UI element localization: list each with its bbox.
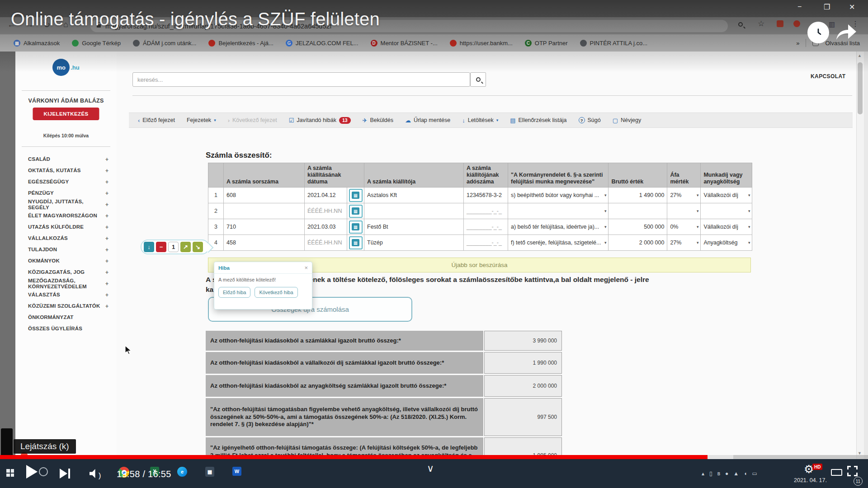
chevron-down-icon[interactable]: ∨ (427, 463, 434, 474)
logout-button[interactable]: KIJELENTKEZÉS (33, 108, 99, 120)
search-button[interactable] (470, 72, 486, 87)
bookmark-item[interactable]: PINTÉR ATTILA j.co... (580, 40, 648, 47)
toolbar-item-save[interactable]: ☁Űrlap mentése (405, 117, 450, 124)
scroll-up-icon[interactable]: ▲ (858, 53, 862, 58)
toolbar-item-about[interactable]: ▢Névjegy (613, 117, 641, 124)
video-progress-bar[interactable] (0, 455, 868, 459)
calendar-button[interactable]: ▦ (349, 236, 363, 249)
work-type-select[interactable]: ▾ (508, 203, 609, 219)
popup-close-icon[interactable]: × (304, 264, 308, 271)
bookmark-item[interactable]: Google Térkép (72, 40, 121, 47)
sidebar-menu-item[interactable]: KÖZIGAZGATÁS, JOG+ (28, 267, 108, 278)
bookmark-item[interactable]: https://user.bankm... (450, 40, 513, 47)
cost-kind-select[interactable]: Vállalkozói díj▾ (701, 188, 752, 203)
next-error-button[interactable]: Következő hiba (255, 287, 297, 298)
insert-row-button[interactable]: ↓ (144, 242, 154, 252)
vat-select[interactable]: ▾ (667, 203, 701, 219)
scrollbar-thumb[interactable] (858, 62, 863, 114)
sidebar-menu-item[interactable]: ÉLET MAGYARORSZÁGON+ (28, 210, 108, 221)
video-title[interactable]: Online támogatás - igénylés a SZÜF felül… (11, 9, 380, 29)
date-field[interactable]: 2021.03.03 (305, 219, 347, 235)
sidebar-menu-item[interactable]: VÁLLALKOZÁS+ (28, 233, 108, 244)
bookmarks-overflow-chevron[interactable]: » (796, 40, 799, 47)
issuer-field[interactable]: Festő Bt (364, 219, 464, 235)
toolbar-item-downloads[interactable]: ↓Letöltések▾ (462, 117, 498, 124)
window-restore-button[interactable]: ❐ (824, 3, 830, 11)
tax-number-field[interactable]: ________-_-_ (464, 235, 508, 251)
tax-number-field[interactable]: ________-_-_ (464, 219, 508, 235)
date-field[interactable]: 2021.04.12 (305, 188, 347, 203)
summary-value-field[interactable]: 2 000 000 (484, 375, 562, 397)
vat-select[interactable]: 27%▾ (667, 235, 701, 251)
previous-error-button[interactable]: Előző hiba (218, 287, 250, 298)
vat-select[interactable]: 27%▾ (667, 188, 701, 203)
serial-field[interactable]: 458 (224, 235, 305, 251)
bookmark-item[interactable]: DMentor BÁZISNET -... (371, 40, 438, 47)
watch-later-icon[interactable] (807, 22, 829, 43)
extension-icon[interactable] (793, 20, 800, 27)
share-icon[interactable] (835, 23, 858, 43)
gross-value-field[interactable]: 1 490 000 (609, 188, 667, 203)
move-up-icon[interactable]: ↗ (180, 242, 191, 252)
theater-mode-icon[interactable] (831, 469, 842, 476)
toolbar-item-help[interactable]: ?Súgó (579, 117, 601, 123)
sidebar-menu-item[interactable]: PÉNZÜGY+ (28, 188, 108, 199)
sidebar-menu-item[interactable]: CSALÁD+ (28, 154, 108, 165)
issuer-field[interactable] (364, 203, 464, 219)
summary-value-field[interactable]: 997 500 (484, 398, 562, 436)
issuer-field[interactable]: Asztalos Kft (364, 188, 464, 203)
sidebar-menu-item[interactable]: KÖZÜZEMI SZOLGÁLTATÓK+ (28, 300, 108, 312)
bookmark-star-icon[interactable]: ☆ (758, 19, 764, 28)
sidebar-menu-item[interactable]: ÖNKORMÁNYZAT (28, 312, 108, 323)
window-minimize-button[interactable]: − (797, 3, 802, 11)
sidebar-menu-item[interactable]: MEZŐGAZDASÁG, KÖRNYEZETVÉDELEM+ (28, 278, 108, 289)
toolbar-item-errors[interactable]: ☑Javítandó hibák13 (289, 117, 351, 124)
serial-field[interactable]: 710 (224, 219, 305, 235)
vat-select[interactable]: 0%▾ (667, 219, 701, 235)
row-count-field[interactable]: 1 (168, 242, 179, 252)
toolbar-item-prev[interactable]: ‹Előző fejezet (138, 117, 175, 124)
extension-icon[interactable] (777, 20, 783, 27)
bookmark-item[interactable]: ÁDÁM j.com utánk... (133, 40, 196, 47)
bookmark-item[interactable]: Bejelentkezés - Ajá... (208, 40, 273, 47)
contact-link[interactable]: KAPCSOLAT (811, 73, 845, 80)
sidebar-menu-item[interactable]: OKTATÁS, KUTATÁS+ (28, 165, 108, 176)
work-type-select[interactable]: a) belső tér felújítása, ideértve ja)...… (508, 219, 609, 235)
search-input[interactable] (132, 72, 470, 87)
tax-number-field[interactable]: ________-_-_ (464, 203, 508, 219)
bookmark-item[interactable]: COTP Partner (525, 40, 568, 47)
cost-kind-select[interactable]: ▾ (701, 203, 752, 219)
serial-field[interactable]: 608 (224, 188, 305, 203)
search-icon[interactable] (738, 20, 743, 28)
work-type-select[interactable]: s) beépíthető bútor vagy konyhai ...▾ (508, 188, 609, 203)
gross-value-field[interactable]: 500 000 (609, 219, 667, 235)
sidebar-menu-item[interactable]: OKMÁNYOK+ (28, 255, 108, 267)
calendar-button[interactable]: ▦ (349, 189, 363, 202)
move-down-icon[interactable]: ↘ (193, 242, 203, 252)
sidebar-menu-item[interactable]: UTAZÁS KÜLFÖLDRE+ (28, 221, 108, 233)
next-button[interactable] (60, 469, 70, 480)
summary-value-field[interactable]: 3 990 000 (484, 331, 562, 351)
bookmark-item[interactable]: ▦Alkalmazások (14, 40, 60, 47)
toolbar-item-chapters[interactable]: Fejezetek▾ (187, 117, 216, 123)
fullscreen-icon[interactable] (847, 466, 858, 476)
toolbar-item-checks[interactable]: ▤Ellenőrzések listája (510, 117, 566, 124)
delete-row-button[interactable]: − (156, 242, 166, 252)
sidebar-menu-item[interactable]: TULAJDON+ (28, 244, 108, 255)
volume-icon[interactable]: ) (90, 469, 101, 480)
cost-kind-select[interactable]: Vállalkozói díj▾ (701, 219, 752, 235)
serial-field[interactable] (224, 203, 305, 219)
mohu-logo[interactable]: mo .hu (15, 59, 117, 76)
summary-value-field[interactable]: 1 990 000 (484, 352, 562, 374)
sidebar-menu-item[interactable]: NYUGDÍJ, JUTTATÁS, SEGÉLY+ (28, 199, 108, 210)
cost-kind-select[interactable]: Anyagköltség▾ (701, 235, 752, 251)
play-button[interactable] (26, 465, 38, 479)
calendar-button[interactable]: ▦ (349, 205, 363, 218)
work-type-select[interactable]: f) tető cseréje, felújítása, szigetelé..… (508, 235, 609, 251)
gross-value-field[interactable]: 2 000 000 (609, 235, 667, 251)
bookmark-item[interactable]: GJELZALOG.COM FEL... (286, 40, 359, 47)
toolbar-item-send[interactable]: ✈Beküldés (363, 117, 393, 124)
gross-value-field[interactable] (609, 203, 667, 219)
tax-number-field[interactable]: 12345678-3-2 (464, 188, 508, 203)
sidebar-menu-item[interactable]: EGÉSZSÉGÜGY+ (28, 176, 108, 188)
